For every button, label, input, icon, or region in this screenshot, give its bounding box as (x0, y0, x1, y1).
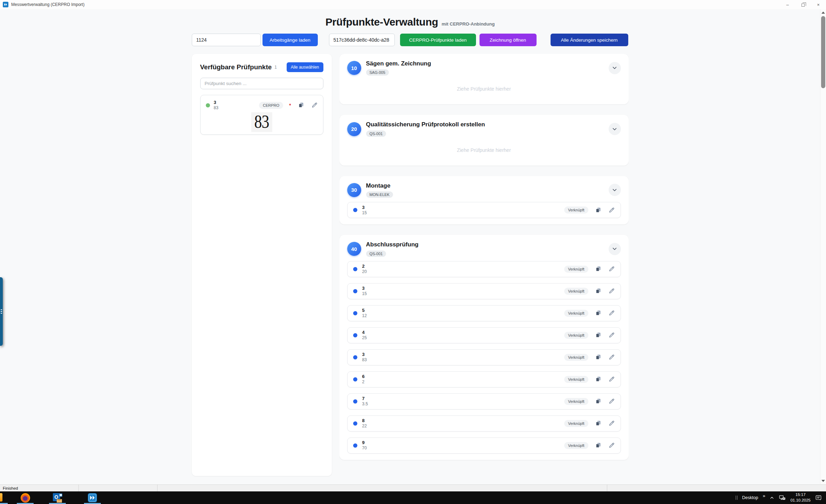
row-number: 3 (362, 205, 463, 210)
edit-button[interactable] (608, 266, 615, 272)
collapse-button[interactable] (609, 123, 621, 135)
system-tray: Desktop » 15:17 01.10.2025 (736, 492, 826, 503)
section-title: Qualitätssicherung Prüfprotokoll erstell… (366, 121, 609, 128)
point-info: 7 3.5 (362, 396, 463, 407)
load-operations-button[interactable]: Arbeitsgänge laden (262, 34, 318, 46)
minimize-button[interactable]: – (780, 0, 795, 9)
row-status-badge: Verknüpft (564, 376, 588, 383)
copy-button[interactable] (595, 420, 602, 427)
row-value: 22 (362, 424, 463, 429)
copy-button[interactable] (595, 266, 602, 272)
edit-button[interactable] (608, 442, 615, 449)
copy-icon (595, 376, 602, 383)
linked-point-row[interactable]: 3 15 Verknüpft (347, 202, 621, 218)
vertical-scrollbar[interactable] (820, 9, 826, 484)
linked-point-row[interactable]: 9 70 Verknüpft (347, 438, 621, 454)
scrollbar-thumb[interactable] (821, 16, 825, 88)
scroll-up-arrow-icon[interactable] (821, 12, 825, 14)
section-title: Montage (366, 182, 609, 189)
tray-clock[interactable]: 15:17 01.10.2025 (790, 492, 811, 503)
pencil-icon (608, 288, 615, 294)
row-number: 3 (362, 352, 463, 357)
toolbar-overflow-chevrons[interactable]: » (763, 493, 765, 498)
edit-button[interactable] (608, 207, 615, 214)
copy-button[interactable] (595, 288, 602, 294)
status-dot-blue (353, 443, 357, 448)
network-icon[interactable] (779, 494, 786, 501)
taskbar-item-cerpro[interactable] (84, 491, 101, 504)
copy-icon (595, 398, 602, 405)
taskbar-item-firefox[interactable] (17, 491, 34, 504)
linked-point-row[interactable]: 3 15 Verknüpft (347, 283, 621, 299)
chevron-down-icon (611, 126, 618, 132)
linked-point-row[interactable]: 2 20 Verknüpft (347, 261, 621, 277)
row-number: 2 (362, 264, 463, 269)
copy-button[interactable] (595, 332, 602, 338)
collapse-button[interactable] (609, 62, 621, 74)
scroll-down-arrow-icon[interactable] (821, 480, 825, 482)
drop-hint: Ziehe Prüfpunkte hierher (347, 80, 621, 98)
status-dot-green (206, 103, 210, 107)
sections-column: 10 Sägen gem. Zeichnung SAG-005 Ziehe Pr… (340, 54, 629, 476)
edit-button[interactable] (608, 420, 615, 427)
linked-point-row[interactable]: 3 83 Verknüpft (347, 349, 621, 365)
drop-hint: Ziehe Prüfpunkte hierher (347, 141, 621, 159)
linked-point-row[interactable]: 7 3.5 Verknüpft (347, 393, 621, 410)
copy-button[interactable] (298, 102, 304, 108)
restore-button[interactable] (795, 0, 811, 9)
pencil-icon (608, 207, 615, 214)
desktop-toolbar-label[interactable]: Desktop (742, 495, 758, 500)
copy-button[interactable] (595, 398, 602, 405)
taskbar: O Desktop » 15:17 01.10.2025 (0, 491, 826, 504)
row-number: 4 (362, 330, 463, 335)
row-status-badge: Verknüpft (564, 206, 588, 214)
available-point-card[interactable]: 3 83 CERPRO * 83 (200, 95, 323, 135)
copy-button[interactable] (595, 310, 602, 316)
point-number: 3 (214, 100, 259, 105)
edit-button[interactable] (608, 354, 615, 360)
point-info: 3 15 (362, 286, 463, 296)
search-input[interactable] (200, 78, 323, 89)
edit-button[interactable] (608, 310, 615, 316)
action-center-icon[interactable] (815, 495, 822, 501)
copy-button[interactable] (595, 376, 602, 383)
save-all-button[interactable]: Alle Änderungen speichern (551, 34, 628, 46)
taskbar-item-outlook[interactable]: O (49, 491, 66, 504)
copy-icon (595, 310, 602, 316)
order-number-input[interactable] (192, 34, 261, 46)
guid-input[interactable] (329, 34, 395, 46)
restore-icon (802, 4, 805, 7)
close-button[interactable]: × (811, 0, 826, 9)
copy-button[interactable] (595, 354, 602, 360)
section-body: 3 15 Verknüpft (347, 202, 621, 218)
section-code-badge: SAG-005 (366, 69, 389, 76)
collapse-button[interactable] (609, 243, 621, 255)
hidden-icons-chevron-icon[interactable] (770, 496, 774, 500)
linked-point-row[interactable]: 5 12 Verknüpft (347, 305, 621, 321)
edit-button[interactable] (608, 288, 615, 294)
edit-button[interactable] (608, 398, 615, 405)
copy-button[interactable] (595, 442, 602, 449)
open-drawing-button[interactable]: Zeichnung öffnen (479, 34, 537, 46)
edit-button[interactable] (311, 102, 318, 108)
operation-section-card: 40 Abschlussprüfung QS-001 2 20 Verknüpf… (340, 235, 629, 460)
row-value: 15 (362, 210, 463, 216)
taskbar-item-partial[interactable] (0, 491, 8, 504)
select-all-button[interactable]: Alle auswählen (287, 62, 323, 72)
load-cerpro-button[interactable]: CERPRO-Prüfpunkte laden (400, 34, 476, 46)
row-status-badge: Verknüpft (564, 420, 588, 427)
section-number-badge: 20 (347, 122, 361, 136)
linked-point-row[interactable]: 4 25 Verknüpft (347, 327, 621, 343)
page-title: Prüfpunkte-Verwaltung (326, 16, 438, 28)
collapse-button[interactable] (609, 184, 621, 196)
row-status-badge: Verknüpft (564, 332, 588, 339)
side-flyout-handle[interactable] (0, 277, 3, 346)
status-message: Finished (0, 485, 79, 491)
edit-button[interactable] (608, 376, 615, 383)
edit-button[interactable] (608, 332, 615, 338)
copy-button[interactable] (595, 207, 602, 214)
section-number-badge: 40 (347, 242, 361, 256)
point-info: 4 25 (362, 330, 463, 341)
linked-point-row[interactable]: 6 2 Verknüpft (347, 371, 621, 387)
linked-point-row[interactable]: 8 22 Verknüpft (347, 415, 621, 432)
